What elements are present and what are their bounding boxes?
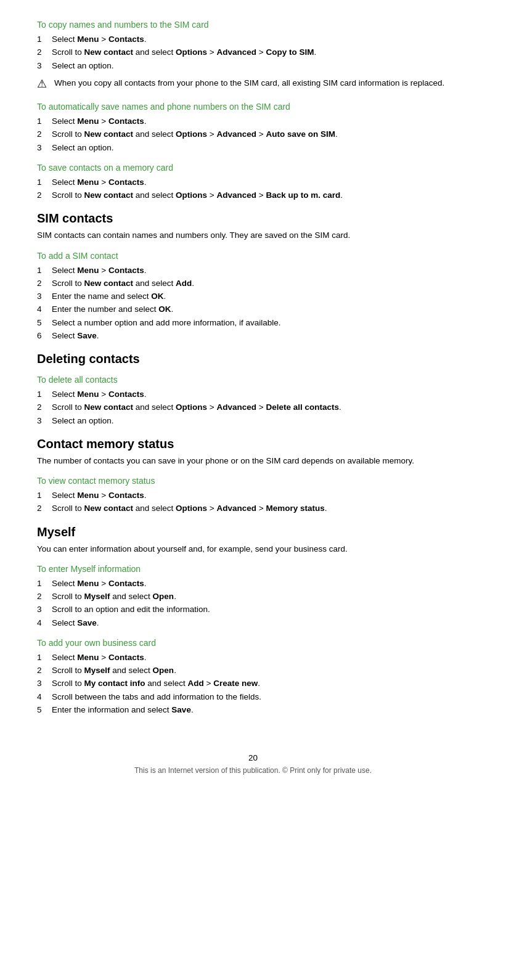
- section-heading: To save contacts on a memory card: [37, 163, 469, 173]
- step-content: Select Save.: [52, 617, 469, 629]
- step-number: 4: [37, 303, 52, 316]
- step-number: 2: [37, 401, 52, 414]
- step-content: Scroll to My contact info and select Add…: [52, 677, 469, 690]
- step-number: 4: [37, 617, 52, 629]
- section-heading: To view contact memory status: [37, 476, 469, 486]
- step-item: 2Scroll to New contact and select Option…: [37, 189, 469, 202]
- section-heading: To automatically save names and phone nu…: [37, 102, 469, 112]
- section-body: You can enter information about yourself…: [37, 543, 469, 555]
- step-number: 2: [37, 502, 52, 515]
- step-number: 1: [37, 651, 52, 664]
- step-content: Scroll to Myself and select Open.: [52, 664, 469, 677]
- step-number: 3: [37, 603, 52, 616]
- step-content: Select Menu > Contacts.: [52, 388, 469, 401]
- page-number: 20: [37, 753, 469, 762]
- step-item: 1Select Menu > Contacts.: [37, 33, 469, 46]
- section-heading: To add a SIM contact: [37, 251, 469, 261]
- steps-list: 1Select Menu > Contacts. 2Scroll to New …: [37, 489, 469, 515]
- section-add-business-card: To add your own business card 1Select Me…: [37, 638, 469, 716]
- step-content: Select Menu > Contacts.: [52, 578, 469, 590]
- section-body: SIM contacts can contain names and numbe…: [37, 229, 469, 242]
- step-item: 1Select Menu > Contacts.: [37, 578, 469, 590]
- step-content: Scroll to New contact and select Options…: [52, 128, 469, 141]
- section-heading: To enter Myself information: [37, 564, 469, 574]
- step-content: Scroll to New contact and select Add.: [52, 277, 469, 290]
- section-auto-save: To automatically save names and phone nu…: [37, 102, 469, 154]
- step-item: 4Scroll between the tabs and add informa…: [37, 691, 469, 703]
- step-item: 2Scroll to New contact and select Add.: [37, 277, 469, 290]
- section-deleting-contacts: Deleting contacts: [37, 352, 469, 366]
- step-content: Select an option.: [52, 60, 469, 72]
- step-number: 5: [37, 317, 52, 329]
- section-copy-names: To copy names and numbers to the SIM car…: [37, 20, 469, 93]
- step-number: 3: [37, 290, 52, 303]
- step-number: 2: [37, 664, 52, 677]
- step-content: Scroll to New contact and select Options…: [52, 502, 469, 515]
- step-content: Select a number option and add more info…: [52, 317, 469, 329]
- step-item: 2Scroll to New contact and select Option…: [37, 46, 469, 59]
- step-number: 1: [37, 115, 52, 128]
- step-content: Select Menu > Contacts.: [52, 489, 469, 502]
- section-title: Contact memory status: [37, 437, 469, 451]
- step-item: 3Select an option.: [37, 415, 469, 427]
- step-item: 3Scroll to an option and edit the inform…: [37, 603, 469, 616]
- steps-list: 1Select Menu > Contacts. 2Scroll to Myse…: [37, 651, 469, 716]
- step-number: 4: [37, 691, 52, 703]
- warning-text: When you copy all contacts from your pho…: [54, 77, 469, 89]
- step-item: 5Select a number option and add more inf…: [37, 317, 469, 329]
- step-item: 4Select Save.: [37, 617, 469, 629]
- step-number: 6: [37, 330, 52, 342]
- section-contact-memory-status: Contact memory status The number of cont…: [37, 437, 469, 467]
- section-title: Deleting contacts: [37, 352, 469, 366]
- step-number: 2: [37, 590, 52, 603]
- step-number: 3: [37, 415, 52, 427]
- step-item: 1Select Menu > Contacts.: [37, 489, 469, 502]
- section-sim-contacts: SIM contacts SIM contacts can contain na…: [37, 211, 469, 242]
- step-item: 1Select Menu > Contacts.: [37, 264, 469, 277]
- step-item: 1Select Menu > Contacts.: [37, 176, 469, 189]
- step-number: 1: [37, 176, 52, 189]
- step-content: Select Save.: [52, 330, 469, 342]
- steps-list: 1Select Menu > Contacts. 2Scroll to New …: [37, 33, 469, 72]
- step-content: Select Menu > Contacts.: [52, 176, 469, 189]
- section-title: SIM contacts: [37, 211, 469, 226]
- step-item: 2Scroll to Myself and select Open.: [37, 590, 469, 603]
- step-number: 5: [37, 704, 52, 716]
- section-enter-myself: To enter Myself information 1Select Menu…: [37, 564, 469, 629]
- step-number: 1: [37, 264, 52, 277]
- step-content: Select Menu > Contacts.: [52, 115, 469, 128]
- step-item: 3Enter the name and select OK.: [37, 290, 469, 303]
- steps-list: 1Select Menu > Contacts. 2Scroll to New …: [37, 176, 469, 202]
- section-heading: To add your own business card: [37, 638, 469, 648]
- section-title: Myself: [37, 525, 469, 539]
- steps-list: 1Select Menu > Contacts. 2Scroll to New …: [37, 115, 469, 154]
- step-number: 3: [37, 677, 52, 690]
- step-number: 2: [37, 189, 52, 202]
- step-content: Scroll to New contact and select Options…: [52, 46, 469, 59]
- step-item: 1Select Menu > Contacts.: [37, 388, 469, 401]
- step-content: Enter the information and select Save.: [52, 704, 469, 716]
- step-number: 2: [37, 277, 52, 290]
- step-item: 3Select an option.: [37, 60, 469, 72]
- step-content: Scroll between the tabs and add informat…: [52, 691, 469, 703]
- step-item: 6Select Save.: [37, 330, 469, 342]
- warning-icon: ⚠: [37, 76, 54, 92]
- step-item: 1Select Menu > Contacts.: [37, 115, 469, 128]
- step-item: 5Enter the information and select Save.: [37, 704, 469, 716]
- steps-list: 1Select Menu > Contacts. 2Scroll to Myse…: [37, 578, 469, 629]
- step-item: 2Scroll to Myself and select Open.: [37, 664, 469, 677]
- step-content: Scroll to Myself and select Open.: [52, 590, 469, 603]
- step-number: 1: [37, 578, 52, 590]
- step-content: Scroll to an option and edit the informa…: [52, 603, 469, 616]
- section-delete-all: To delete all contacts 1Select Menu > Co…: [37, 375, 469, 427]
- step-content: Enter the name and select OK.: [52, 290, 469, 303]
- step-number: 2: [37, 128, 52, 141]
- section-view-memory: To view contact memory status 1Select Me…: [37, 476, 469, 515]
- step-item: 2Scroll to New contact and select Option…: [37, 502, 469, 515]
- step-content: Select Menu > Contacts.: [52, 651, 469, 664]
- warning-block: ⚠ When you copy all contacts from your p…: [37, 77, 469, 93]
- footer-note: This is an Internet version of this publ…: [37, 766, 469, 775]
- step-content: Scroll to New contact and select Options…: [52, 401, 469, 414]
- page-footer: 20 This is an Internet version of this p…: [37, 753, 469, 775]
- page-content: To copy names and numbers to the SIM car…: [37, 20, 469, 716]
